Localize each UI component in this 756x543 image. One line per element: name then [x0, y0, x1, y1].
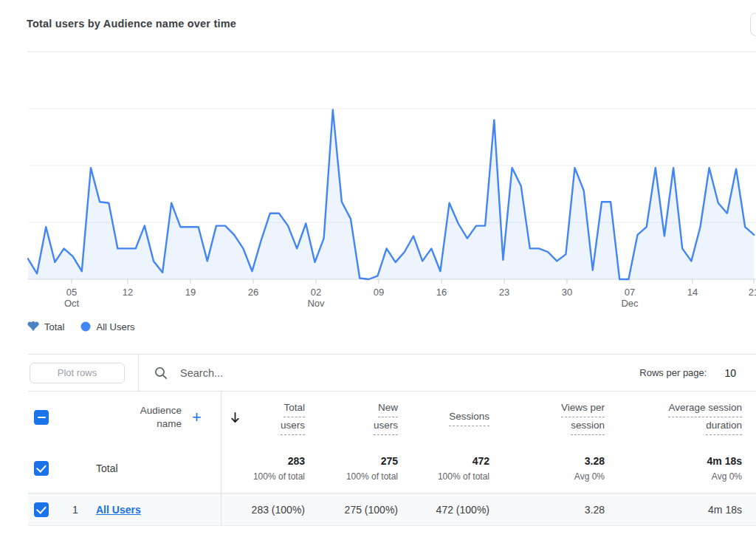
x-axis-label: 26 — [248, 287, 258, 298]
column-header[interactable]: Sessions — [405, 409, 497, 426]
row-name-link[interactable]: All Users — [89, 504, 141, 516]
legend-label: Total — [44, 321, 64, 332]
x-axis-label: 02Nov — [307, 287, 324, 309]
indeterminate-mark — [38, 417, 46, 418]
analytics-panel: Total users by Audience name over time 0… — [0, 0, 756, 543]
sort-descending-icon[interactable] — [221, 411, 248, 424]
select-all-checkbox[interactable] — [34, 410, 49, 425]
rows-per-page-value[interactable]: 10 — [724, 367, 736, 379]
x-axis-labels: 05Oct12192602Nov0916233007Dec1421 — [0, 287, 756, 310]
search-icon — [154, 366, 168, 380]
rows-per-page-label: Rows per page: — [639, 367, 707, 378]
x-axis-label: 23 — [499, 287, 509, 298]
x-axis-label: 07Dec — [621, 287, 638, 309]
legend-item-all-users: All Users — [80, 321, 134, 332]
totals-cell: 4m 18sAvg 0% — [612, 455, 749, 482]
x-axis-label: 16 — [436, 287, 447, 298]
row-cell: 275 (100%) — [312, 504, 405, 516]
legend-item-total: Total — [27, 321, 64, 332]
totals-cell: 3.28Avg 0% — [497, 455, 612, 482]
search-input[interactable] — [179, 366, 492, 380]
row-cell: 4m 18s — [612, 504, 749, 516]
audience-name-header[interactable]: Audience name — [89, 404, 182, 431]
row-checkbox[interactable] — [34, 502, 49, 517]
metric-headers: TotalusersNewusersSessionsViews persessi… — [221, 392, 756, 443]
row-metrics: 283 (100%)275 (100%)472 (100%)3.284m 18s — [221, 494, 756, 525]
check-mark — [36, 462, 47, 472]
row-cell: 472 (100%) — [405, 504, 497, 516]
x-axis-label: 05Oct — [64, 287, 79, 309]
row-cell: 3.28 — [497, 504, 612, 516]
plot-rows-button[interactable]: Plot rows — [30, 363, 125, 383]
column-header[interactable]: Average sessionduration — [612, 400, 749, 435]
legend-label: All Users — [96, 321, 134, 332]
x-axis-label: 30 — [562, 287, 572, 298]
rows-per-page: Rows per page: 10 — [639, 355, 736, 391]
x-axis-label: 09 — [374, 287, 384, 298]
column-header[interactable]: Newusers — [312, 400, 405, 435]
totals-checkbox[interactable] — [34, 461, 49, 476]
column-header[interactable]: Totalusers — [248, 400, 312, 435]
totals-cell: 472100% of total — [405, 455, 497, 482]
table-row: 1 All Users 283 (100%)275 (100%)472 (100… — [28, 493, 756, 526]
circle-icon — [80, 321, 91, 332]
totals-cell: 283100% of total — [248, 455, 312, 482]
x-axis-label: 14 — [687, 287, 698, 298]
add-dimension-button[interactable]: + — [192, 408, 202, 426]
x-axis-label: 19 — [185, 287, 196, 298]
header-row: Audience name + TotalusersNewusersSessio… — [28, 392, 756, 443]
totals-row: Total 283100% of total275100% of total47… — [28, 443, 756, 493]
x-axis-label: 12 — [123, 287, 133, 298]
totals-metrics: 283100% of total275100% of total472100% … — [221, 443, 756, 493]
check-mark — [36, 503, 47, 513]
toolbar-divider — [138, 355, 139, 391]
row-cell: 283 (100%) — [248, 504, 312, 516]
toolbar: Plot rows Rows per page: 10 — [28, 354, 756, 392]
totals-cell: 275100% of total — [312, 455, 405, 482]
x-axis-label: 21 — [749, 287, 756, 298]
column-header[interactable]: Views persession — [497, 400, 612, 435]
legend: Total All Users — [27, 321, 151, 332]
data-table: Audience name + TotalusersNewusersSessio… — [28, 392, 756, 526]
totals-label: Total — [89, 462, 118, 474]
shell-icon — [27, 321, 39, 332]
row-number: 1 — [62, 504, 89, 516]
